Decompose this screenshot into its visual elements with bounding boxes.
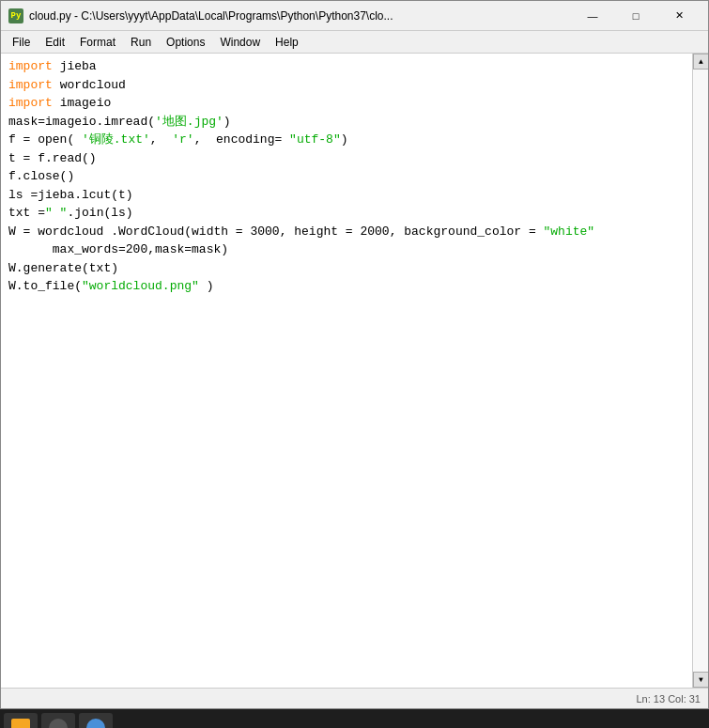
status-text: Ln: 13 Col: 31: [637, 693, 701, 705]
code-line-3: import imageio: [8, 94, 701, 113]
vertical-scrollbar[interactable]: ▲ ▼: [692, 54, 708, 688]
task-item-2[interactable]: [41, 713, 75, 728]
menu-file[interactable]: File: [5, 34, 38, 51]
main-window: Py cloud.py - C:\Users\yyyt\AppData\Loca…: [0, 0, 709, 709]
task-icon-user: [49, 719, 68, 728]
scroll-track[interactable]: [693, 70, 708, 672]
menu-bar: File Edit Format Run Options Window Help: [1, 31, 708, 54]
minimize-button[interactable]: —: [571, 1, 614, 31]
code-line-6: t = f.read(): [8, 149, 701, 168]
title-bar: Py cloud.py - C:\Users\yyyt\AppData\Loca…: [1, 1, 708, 31]
task-item-1[interactable]: [4, 713, 38, 728]
code-line-11: max_words=200,mask=mask): [8, 240, 701, 259]
code-line-5: f = open( '铜陵.txt', 'r', encoding= "utf-…: [8, 131, 701, 149]
menu-options[interactable]: Options: [159, 34, 212, 51]
window-controls: — □ ✕: [571, 1, 701, 31]
code-line-12: W.generate(txt): [8, 259, 701, 278]
scroll-down-button[interactable]: ▼: [693, 672, 708, 688]
app-icon: Py: [8, 8, 23, 23]
close-button[interactable]: ✕: [657, 1, 701, 31]
code-editor[interactable]: import jieba import wordcloud import ima…: [1, 54, 708, 688]
code-line-13: W.to_file("worldcloud.png" ): [8, 277, 701, 296]
code-line-9: txt =" ".join(ls): [8, 204, 701, 223]
menu-format[interactable]: Format: [72, 34, 123, 51]
task-item-3[interactable]: [79, 713, 113, 728]
menu-edit[interactable]: Edit: [38, 34, 72, 51]
task-icon-start: [11, 719, 30, 728]
window-title: cloud.py - C:\Users\yyyt\AppData\Local\P…: [29, 9, 571, 23]
status-bar: Ln: 13 Col: 31: [1, 688, 708, 708]
code-line-8: ls =jieba.lcut(t): [8, 186, 701, 205]
menu-run[interactable]: Run: [123, 34, 159, 51]
task-icon-browser: [86, 719, 105, 728]
code-line-2: import wordcloud: [8, 76, 701, 95]
taskbar: [0, 709, 709, 728]
code-line-1: import jieba: [8, 57, 701, 76]
code-line-7: f.close(): [8, 167, 701, 186]
menu-help[interactable]: Help: [268, 34, 306, 51]
maximize-button[interactable]: □: [614, 1, 657, 31]
code-line-4: mask=imageio.imread('地图.jpg'): [8, 113, 701, 132]
scroll-up-button[interactable]: ▲: [693, 54, 708, 70]
menu-window[interactable]: Window: [212, 34, 268, 51]
code-line-10: W = wordcloud .WordCloud(width = 3000, h…: [8, 223, 701, 241]
